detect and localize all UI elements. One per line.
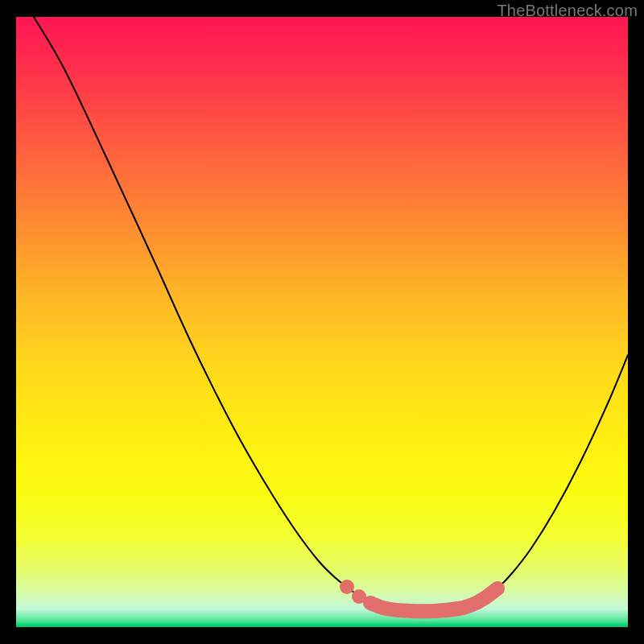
bottleneck-curve	[34, 17, 628, 611]
highlight-dot	[340, 580, 354, 594]
highlight-dot	[352, 589, 366, 604]
optimal-range-highlight	[370, 588, 497, 611]
chart-frame: TheBottleneck.com	[0, 0, 644, 644]
plot-area	[16, 17, 628, 627]
chart-svg	[16, 17, 628, 627]
